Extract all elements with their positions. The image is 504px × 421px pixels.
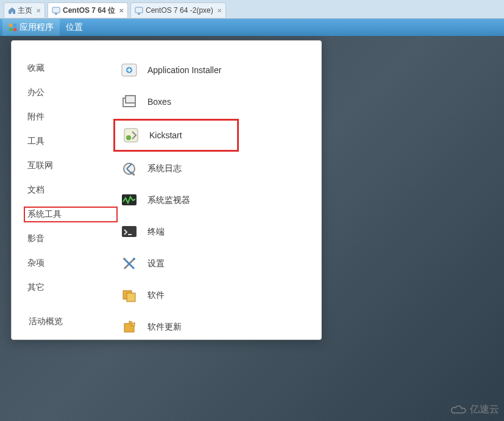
app-item-label: Kickstart (149, 130, 182, 140)
category-list: 收藏办公附件工具互联网文档系统工具影音杂项其它 (12, 41, 110, 339)
svg-rect-2 (9, 28, 12, 31)
installer-icon (119, 60, 139, 80)
applications-dropdown-panel: 收藏办公附件工具互联网文档系统工具影音杂项其它 Application Inst… (11, 40, 322, 340)
logs-icon (119, 159, 139, 179)
places-menu-button[interactable]: 位置 (60, 19, 89, 36)
terminal-icon (119, 222, 139, 242)
app-item[interactable]: 软件更新 (113, 313, 321, 342)
activities-overview-link[interactable]: 活动概览 (29, 316, 63, 327)
home-icon (8, 7, 15, 14)
monitor-icon (119, 191, 139, 210)
app-item-label: 软件 (147, 290, 165, 301)
app-item[interactable]: 设置 (113, 249, 321, 278)
vm-tab-1[interactable]: CentOS 7 64 位✕ (48, 2, 128, 18)
app-item[interactable]: 终端 (113, 218, 321, 247)
app-item[interactable]: Kickstart (113, 119, 239, 152)
applications-menu-label: 应用程序 (20, 22, 54, 33)
vm-tab-label: CentOS 7 64 位 (63, 5, 115, 16)
app-item[interactable]: Application Installer (113, 55, 321, 85)
category-item[interactable]: 系统工具 (24, 207, 118, 222)
app-item[interactable]: 系统日志 (113, 154, 321, 183)
cloud-icon (450, 405, 467, 416)
category-item[interactable]: 杂项 (27, 255, 110, 271)
close-icon[interactable]: ✕ (119, 7, 124, 14)
category-item[interactable]: 办公 (27, 85, 110, 101)
watermark: 亿速云 (450, 403, 499, 416)
gnome-top-bar: 应用程序 位置 (0, 19, 504, 36)
vm-window-tabs: 主页✕CentOS 7 64 位✕CentOS 7 64 -2(pxe)✕ (0, 0, 504, 19)
app-item-label: 系统日志 (147, 163, 182, 174)
app-item[interactable]: 系统监视器 (113, 186, 321, 215)
settings-icon (119, 254, 139, 274)
app-item-label: 软件更新 (147, 322, 182, 333)
category-item[interactable]: 附件 (27, 109, 110, 125)
svg-rect-1 (13, 24, 16, 27)
software-icon (119, 286, 139, 305)
vm-tab-0[interactable]: 主页✕ (4, 2, 45, 18)
applications-icon (9, 23, 17, 32)
app-item-label: 系统监视器 (147, 195, 190, 206)
kickstart-icon (121, 126, 141, 145)
category-item[interactable]: 文档 (27, 182, 110, 198)
close-icon[interactable]: ✕ (36, 7, 41, 14)
app-item[interactable]: Boxes (113, 87, 321, 116)
category-item[interactable]: 工具 (27, 133, 110, 149)
category-item[interactable]: 影音 (27, 231, 110, 247)
app-list: Application InstallerBoxesKickstart系统日志系… (110, 41, 321, 339)
screen: 主页✕CentOS 7 64 位✕CentOS 7 64 -2(pxe)✕ 应用… (0, 0, 504, 421)
app-item-label: 设置 (147, 258, 165, 269)
vm-tab-2[interactable]: CentOS 7 64 -2(pxe)✕ (130, 2, 226, 18)
svg-rect-0 (9, 24, 12, 27)
vm-tab-label: CentOS 7 64 -2(pxe) (146, 6, 213, 15)
watermark-text: 亿速云 (470, 403, 499, 416)
category-item[interactable]: 收藏 (27, 60, 110, 76)
activities-overview-label: 活动概览 (29, 316, 63, 326)
boxes-icon (119, 92, 139, 111)
vm-icon (135, 6, 143, 15)
category-item[interactable]: 互联网 (27, 158, 110, 174)
app-item-label: Application Installer (147, 65, 221, 75)
app-item-label: Boxes (147, 97, 171, 107)
app-item-label: 终端 (147, 227, 165, 238)
svg-rect-3 (13, 28, 16, 31)
close-icon[interactable]: ✕ (217, 7, 222, 14)
updater-icon (119, 317, 139, 337)
vm-tab-label: 主页 (18, 5, 32, 16)
category-item[interactable]: 其它 (27, 280, 110, 295)
places-menu-label: 位置 (66, 22, 83, 33)
vm-icon (52, 6, 60, 15)
app-item[interactable]: 软件 (113, 281, 321, 310)
applications-menu-button[interactable]: 应用程序 (2, 19, 60, 36)
